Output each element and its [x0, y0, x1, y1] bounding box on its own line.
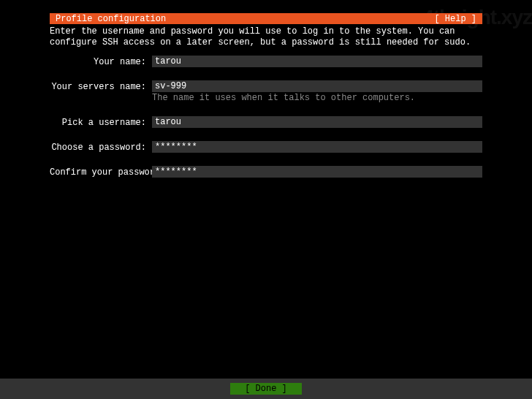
form-row-name: Your name:: [50, 56, 482, 67]
help-link[interactable]: [ Help ]: [434, 14, 476, 24]
password-label: Choose a password:: [50, 141, 152, 153]
username-label: Pick a username:: [50, 116, 152, 128]
content-area: Enter the username and password you will…: [50, 26, 482, 399]
form-row-password: Choose a password:: [50, 141, 482, 153]
header-bar: Profile configuration [ Help ]: [50, 13, 482, 24]
username-input[interactable]: [152, 116, 482, 128]
footer-bar: [ Done ]: [0, 379, 532, 399]
password-input[interactable]: [152, 141, 482, 153]
form-row-server: Your servers name: The name it uses when…: [50, 80, 482, 103]
server-input[interactable]: [152, 80, 482, 92]
server-label: Your servers name:: [50, 80, 152, 92]
confirm-label: Confirm your password:: [50, 166, 152, 178]
done-button[interactable]: [ Done ]: [230, 383, 302, 395]
page-title: Profile configuration: [56, 14, 166, 24]
server-hint: The name it uses when it talks to other …: [152, 93, 482, 103]
form-row-confirm: Confirm your password:: [50, 166, 482, 178]
confirm-input[interactable]: [152, 166, 482, 178]
name-label: Your name:: [50, 56, 152, 67]
form-row-username: Pick a username:: [50, 116, 482, 128]
description-text: Enter the username and password you will…: [50, 26, 482, 48]
name-input[interactable]: [152, 56, 482, 67]
